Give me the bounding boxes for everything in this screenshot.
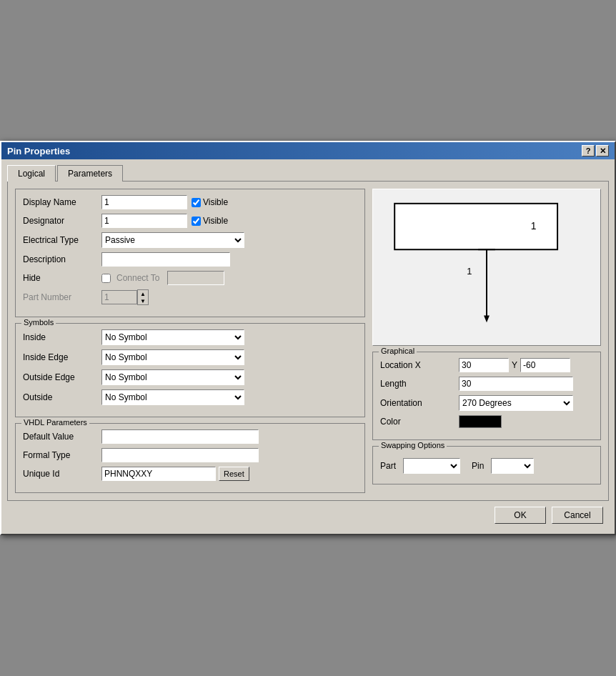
- designator-row: Designator Visible: [23, 214, 357, 228]
- dialog-buttons: OK Cancel: [7, 501, 609, 528]
- preview-box: 1 1: [372, 189, 601, 346]
- swap-part-label: Part: [380, 461, 396, 471]
- description-input[interactable]: [101, 252, 230, 267]
- spinner-up[interactable]: ▲: [138, 290, 148, 297]
- svg-text:1: 1: [467, 266, 472, 277]
- location-row: Location X Y: [380, 358, 593, 372]
- main-fields-group: Display Name Visible Designator: [15, 189, 365, 317]
- unique-id-row: Unique Id Reset: [23, 467, 357, 481]
- tab-bar: Logical Parameters: [7, 165, 609, 182]
- color-picker[interactable]: [459, 415, 502, 428]
- swapping-group-title: Swapping Options: [379, 441, 447, 449]
- display-name-visible-checkbox[interactable]: [192, 198, 201, 207]
- color-label: Color: [380, 417, 459, 427]
- orientation-label: Orientation: [380, 398, 459, 408]
- tab-content-logical: Display Name Visible Designator: [7, 181, 609, 501]
- title-bar: Pin Properties ? ✕: [1, 142, 615, 159]
- hide-label: Hide: [23, 273, 101, 283]
- graphical-group: Graphical Location X Y Length: [372, 352, 601, 440]
- swap-pin-label: Pin: [472, 461, 484, 471]
- outside-row: Outside No Symbol Dot Clock: [23, 389, 357, 405]
- part-number-input[interactable]: [101, 290, 137, 304]
- hide-row: Hide Connect To: [23, 271, 357, 285]
- location-x-label: Location X: [380, 360, 459, 370]
- default-value-row: Default Value: [23, 429, 357, 444]
- designator-input[interactable]: [101, 214, 187, 228]
- right-panel: 1 1 Graphical: [372, 189, 601, 493]
- help-button[interactable]: ?: [582, 145, 595, 156]
- display-name-label: Display Name: [23, 197, 101, 207]
- formal-type-row: Formal Type: [23, 448, 357, 462]
- left-panel: Display Name Visible Designator: [15, 189, 365, 493]
- ok-button[interactable]: OK: [495, 507, 546, 524]
- electrical-type-select[interactable]: Input Output Bidirectional Passive Power…: [101, 232, 244, 248]
- swap-part-select[interactable]: [403, 458, 460, 474]
- default-value-input[interactable]: [101, 429, 259, 444]
- outside-select[interactable]: No Symbol Dot Clock: [101, 389, 244, 405]
- designator-label: Designator: [23, 216, 101, 226]
- inside-select[interactable]: No Symbol Dot Clock: [101, 329, 244, 345]
- outside-edge-label: Outside Edge: [23, 372, 101, 382]
- symbols-group: Symbols Inside No Symbol Dot Clock: [15, 323, 365, 417]
- connect-to-label: Connect To: [116, 273, 160, 283]
- svg-text:1: 1: [531, 220, 537, 232]
- inside-label: Inside: [23, 332, 101, 342]
- cancel-button[interactable]: Cancel: [552, 507, 603, 524]
- vhdl-group-title: VHDL Parameters: [21, 418, 89, 427]
- hide-connect-group: Connect To: [101, 271, 224, 285]
- designator-visible-label: Visible: [192, 216, 228, 226]
- inside-row: Inside No Symbol Dot Clock: [23, 329, 357, 345]
- location-x-input[interactable]: [459, 358, 509, 372]
- inside-edge-row: Inside Edge No Symbol Clock: [23, 349, 357, 365]
- display-name-row: Display Name Visible: [23, 195, 357, 209]
- designator-visible-checkbox[interactable]: [192, 217, 201, 226]
- length-row: Length: [380, 377, 593, 391]
- description-row: Description: [23, 252, 357, 267]
- display-name-input[interactable]: [101, 195, 187, 209]
- reset-button[interactable]: Reset: [219, 467, 249, 481]
- tab-logical[interactable]: Logical: [7, 165, 56, 182]
- tab-inner: Display Name Visible Designator: [15, 189, 601, 493]
- color-row: Color: [380, 415, 593, 428]
- tab-parameters[interactable]: Parameters: [57, 165, 123, 182]
- formal-type-input[interactable]: [101, 448, 259, 462]
- close-button[interactable]: ✕: [596, 145, 609, 156]
- orientation-select[interactable]: 0 Degrees 90 Degrees 180 Degrees 270 Deg…: [459, 395, 573, 411]
- spinner-arrows: ▲ ▼: [137, 289, 149, 305]
- length-input[interactable]: [459, 377, 573, 391]
- swapping-row: Part Pin: [380, 452, 593, 477]
- dialog-title: Pin Properties: [7, 146, 70, 156]
- default-value-label: Default Value: [23, 432, 101, 442]
- pin-preview-svg: 1 1: [373, 189, 600, 345]
- part-number-spinner: ▲ ▼: [101, 289, 149, 305]
- inside-edge-select[interactable]: No Symbol Clock: [101, 349, 244, 365]
- swapping-group: Swapping Options Part Pin: [372, 446, 601, 484]
- hide-checkbox[interactable]: [101, 274, 111, 283]
- spinner-down[interactable]: ▼: [138, 297, 148, 304]
- electrical-type-row: Electrical Type Input Output Bidirection…: [23, 232, 357, 248]
- dialog-body: Logical Parameters Display Name: [1, 159, 615, 534]
- orientation-row: Orientation 0 Degrees 90 Degrees 180 Deg…: [380, 395, 593, 411]
- length-label: Length: [380, 379, 459, 389]
- outside-edge-select[interactable]: No Symbol Dot: [101, 369, 244, 385]
- part-number-row: Part Number ▲ ▼: [23, 289, 357, 305]
- location-y-label: Y: [512, 360, 517, 370]
- description-label: Description: [23, 254, 101, 264]
- title-bar-buttons: ? ✕: [582, 145, 609, 156]
- symbols-group-title: Symbols: [21, 318, 56, 327]
- inside-edge-label: Inside Edge: [23, 352, 101, 362]
- formal-type-label: Formal Type: [23, 450, 101, 460]
- unique-id-input[interactable]: [101, 467, 216, 481]
- vhdl-group: VHDL Parameters Default Value Formal Typ…: [15, 423, 365, 493]
- swap-pin-select[interactable]: [491, 458, 534, 474]
- location-y-input[interactable]: [520, 358, 570, 372]
- display-name-visible-label: Visible: [192, 197, 228, 207]
- pin-properties-dialog: Pin Properties ? ✕ Logical Parameters: [0, 141, 616, 535]
- svg-marker-3: [484, 315, 490, 322]
- part-number-label: Part Number: [23, 292, 101, 302]
- connect-to-input[interactable]: [167, 271, 224, 285]
- outside-edge-row: Outside Edge No Symbol Dot: [23, 369, 357, 385]
- outside-label: Outside: [23, 392, 101, 402]
- graphical-group-title: Graphical: [379, 347, 417, 355]
- electrical-type-label: Electrical Type: [23, 235, 101, 245]
